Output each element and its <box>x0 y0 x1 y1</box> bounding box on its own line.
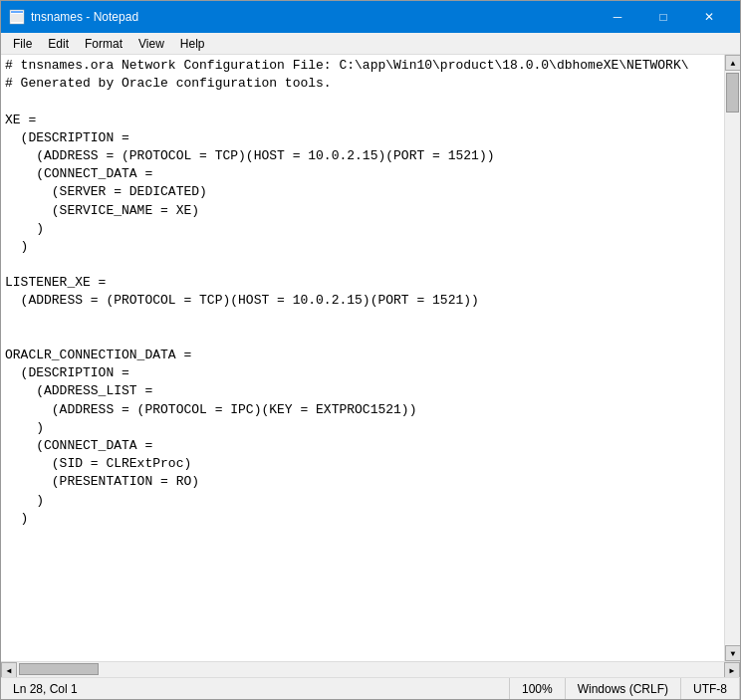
svg-rect-1 <box>11 11 23 13</box>
horizontal-scrollbar[interactable]: ◀ ▶ <box>1 661 740 677</box>
scroll-left-button[interactable]: ◀ <box>1 662 17 678</box>
notepad-window: tnsnames - Notepad ─ □ ✕ File Edit Forma… <box>0 0 741 700</box>
status-encoding: UTF-8 <box>681 678 740 699</box>
vertical-scrollbar[interactable]: ▲ ▼ <box>724 55 740 661</box>
menu-edit[interactable]: Edit <box>40 35 77 53</box>
scroll-thumb-horizontal[interactable] <box>19 663 99 675</box>
app-icon <box>9 9 25 25</box>
editor-area: # tnsnames.ora Network Configuration Fil… <box>1 55 740 661</box>
status-bar: Ln 28, Col 1 100% Windows (CRLF) UTF-8 <box>1 677 740 699</box>
scroll-right-button[interactable]: ▶ <box>724 662 740 678</box>
maximize-button[interactable]: □ <box>640 1 686 33</box>
status-zoom: 100% <box>510 678 566 699</box>
window-controls: ─ □ ✕ <box>595 1 732 33</box>
minimize-button[interactable]: ─ <box>595 1 640 33</box>
title-bar: tnsnames - Notepad ─ □ ✕ <box>1 1 740 33</box>
scroll-track-vertical[interactable] <box>725 71 740 645</box>
menu-bar: File Edit Format View Help <box>1 33 740 55</box>
scroll-down-button[interactable]: ▼ <box>725 645 740 661</box>
scroll-up-button[interactable]: ▲ <box>725 55 740 71</box>
window-title: tnsnames - Notepad <box>31 10 595 24</box>
menu-help[interactable]: Help <box>172 35 213 53</box>
close-button[interactable]: ✕ <box>686 1 732 33</box>
status-line-ending: Windows (CRLF) <box>566 678 681 699</box>
status-position: Ln 28, Col 1 <box>1 678 510 699</box>
scroll-track-horizontal[interactable] <box>17 662 724 677</box>
menu-format[interactable]: Format <box>77 35 130 53</box>
menu-view[interactable]: View <box>130 35 172 53</box>
text-editor[interactable]: # tnsnames.ora Network Configuration Fil… <box>1 55 724 661</box>
menu-file[interactable]: File <box>5 35 40 53</box>
scroll-thumb-vertical[interactable] <box>726 73 739 113</box>
